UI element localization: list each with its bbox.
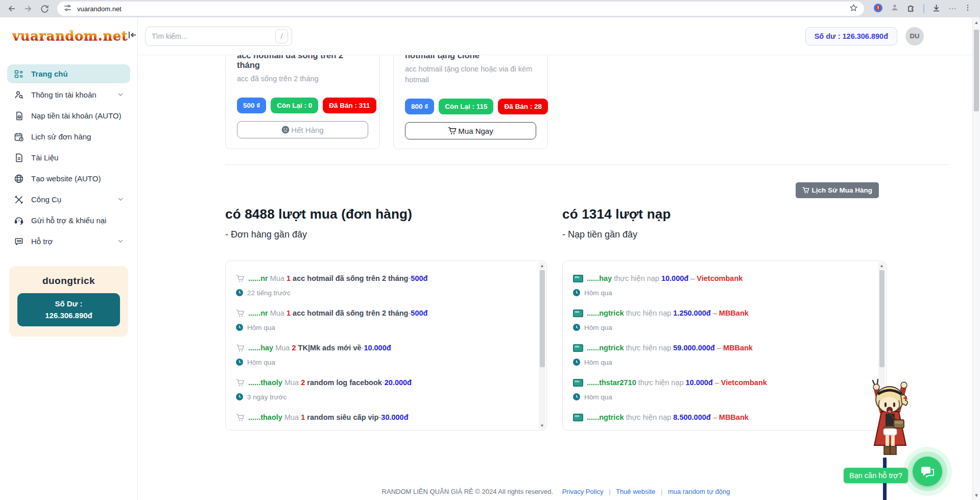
sidebar-item-home[interactable]: Trang chủ	[7, 64, 130, 83]
chevron-down-icon	[117, 90, 124, 99]
money-icon	[573, 379, 583, 387]
sidebar-item-tools[interactable]: Công Cụ	[7, 190, 130, 209]
sidebar-collapse-icon[interactable]	[128, 31, 137, 41]
toolbar-chip-icon[interactable]	[948, 4, 957, 13]
privacy-policy-link[interactable]: Privacy Policy	[562, 488, 604, 495]
cart-icon	[236, 379, 245, 387]
scrollbar-thumb[interactable]	[974, 30, 979, 111]
deposit-item: ......thstar2710 thực hiện nạp 10.000đ –…	[573, 377, 863, 401]
sidebar-item-support-ticket[interactable]: ? Gửi hỗ trợ & khiếu nại	[7, 211, 130, 230]
sold-badge: Đã Bán : 311	[323, 98, 376, 113]
browser-chrome: vuarandom.net	[0, 0, 980, 17]
sidebar-item-create-website[interactable]: Tạo website (AUTO)	[7, 169, 130, 188]
clock-icon	[236, 324, 243, 331]
scrollbar-thumb[interactable]	[540, 270, 545, 367]
purchases-scrollbar[interactable]: ▲ ▼	[539, 262, 545, 429]
back-icon[interactable]	[5, 2, 18, 15]
clock-icon	[573, 393, 580, 400]
money-icon	[573, 309, 583, 317]
clock-icon	[573, 359, 580, 366]
toolbar-separator	[923, 4, 924, 13]
cart-icon	[236, 414, 245, 421]
sold-out-button[interactable]: Hết Hàng	[237, 121, 368, 138]
sidebar-item-account-info[interactable]: Thông tin tài khoản	[7, 85, 130, 104]
chevron-down-icon	[117, 195, 124, 204]
product-cards-row: acc hotmail đã sống trên 2 tháng acc đã …	[225, 55, 887, 149]
scroll-up-icon[interactable]: ▲	[539, 262, 545, 269]
cart-icon	[236, 275, 245, 282]
forward-icon[interactable]	[21, 2, 35, 15]
section-divider	[225, 164, 949, 165]
purchase-item: ......hay Mua 2 TK|Mk ads mới về-10.000đ…	[236, 343, 523, 367]
chat-button[interactable]	[913, 457, 942, 486]
deposits-scrollbar[interactable]: ▲ ▼	[878, 262, 885, 429]
search-input[interactable]	[152, 32, 264, 40]
extension-badge-icon[interactable]	[873, 3, 883, 15]
purchase-history-button[interactable]: Lịch Sử Mua Hàng	[796, 182, 879, 198]
scroll-down-icon[interactable]: ▼	[539, 422, 545, 429]
remaining-badge: Còn Lại : 0	[271, 98, 318, 113]
scroll-up-icon[interactable]: ▲	[878, 262, 885, 269]
search-box[interactable]: /	[145, 27, 292, 46]
chat-widget	[903, 447, 952, 496]
profile-extension-icon[interactable]	[890, 3, 899, 14]
cart-icon	[236, 309, 245, 317]
sidebar-menu: Trang chủ Thông tin tài khoản Nạp tiền t…	[0, 54, 137, 251]
purchase-item: ......thaoly Mua 2 random log facebook-2…	[236, 377, 523, 401]
scroll-down-icon[interactable]: ▼	[878, 422, 885, 429]
rent-website-link[interactable]: Thuê website	[616, 488, 655, 495]
product-card: acc hotmail đã sống trên 2 tháng acc đã …	[225, 55, 380, 149]
sidebar-item-deposit[interactable]: Nạp tiền tài khoản (AUTO)	[7, 106, 130, 125]
site-settings-icon[interactable]	[63, 4, 72, 14]
deposit-item: ......hay thực hiện nạp 10.000đ – Vietco…	[573, 273, 863, 297]
sidebar-item-order-history[interactable]: Lịch sử đơn hàng	[7, 127, 130, 146]
browser-menu-icon[interactable]	[964, 4, 972, 14]
deposit-item: ......ngtrick thực hiện nạp 1.250.000đ –…	[573, 308, 863, 332]
product-description: acc hotmail tặng clone hoặc via đi kèm h…	[405, 64, 536, 85]
copyright-text: RANDOM LIÊN QUÂN GIÁ RẺ © 2024 All right…	[382, 488, 553, 495]
sidebar-user-card: duongtrick Số Dư : 126.306.890đ	[9, 266, 128, 337]
deposit-item: ......ngtrick thực hiện nạp 59.000.000đ …	[573, 343, 863, 367]
scrollbar-thumb[interactable]	[879, 270, 885, 367]
sidebar-balance-button[interactable]: Số Dư : 126.306.890đ	[17, 293, 120, 326]
avatar[interactable]: DU	[905, 27, 924, 45]
clock-icon	[573, 324, 580, 331]
cart-icon	[236, 344, 245, 352]
sidebar-item-docs[interactable]: Tài Liệu	[7, 148, 130, 167]
bookmark-star-icon[interactable]	[849, 4, 858, 14]
topbar-balance[interactable]: Số dư : 126.306.890đ	[805, 27, 897, 45]
search-shortcut-key: /	[275, 29, 288, 43]
purchase-item: ......thaoly Mua 1 random siêu cấp vip-3…	[236, 412, 523, 422]
sidebar: vuarandom.net Trang chủ Thông tin tài kh…	[0, 17, 138, 500]
topbar: / Số dư : 126.306.890đ DU	[138, 17, 980, 55]
clock-icon	[236, 393, 243, 400]
download-icon[interactable]	[931, 3, 941, 15]
deposit-item: ......ngtrick thực hiện nạp 8.500.000đ –…	[573, 412, 863, 422]
extensions-puzzle-icon[interactable]	[906, 3, 916, 15]
product-title: hotmail tặng clone	[405, 55, 536, 60]
page-scrollbar[interactable]: ▲ ▼	[972, 17, 980, 500]
price-badge: 800 ₫	[405, 99, 434, 114]
url-bar[interactable]: vuarandom.net	[57, 2, 864, 16]
purchases-panel: ......nr Mua 1 acc hotmail đã sống trên …	[225, 260, 547, 431]
product-title: acc hotmail đã sống trên 2 tháng	[237, 55, 368, 70]
purchase-item: ......nr Mua 1 acc hotmail đã sống trên …	[236, 308, 523, 332]
cart-icon	[802, 187, 809, 194]
sold-badge: Đã Bán : 28	[498, 99, 548, 114]
auto-random-link[interactable]: mua random tự động	[668, 488, 730, 495]
chat-bubbles-icon	[921, 465, 934, 478]
clock-icon	[236, 359, 243, 366]
sidebar-item-support[interactable]: Hỗ trợ	[7, 232, 130, 251]
scroll-up-icon[interactable]: ▲	[973, 18, 980, 26]
site-logo[interactable]: vuarandom.net	[12, 28, 128, 43]
clock-icon	[573, 289, 580, 296]
scroll-down-icon[interactable]: ▼	[973, 491, 980, 499]
sad-face-icon	[281, 126, 290, 134]
buy-now-button[interactable]: Mua Ngay	[405, 122, 536, 139]
purchases-subtitle: - Đơn hàng gần đây	[225, 229, 547, 240]
purchase-item: ......nr Mua 1 acc hotmail đã sống trên …	[236, 273, 523, 297]
url-text[interactable]: vuarandom.net	[77, 5, 844, 13]
chevron-down-icon	[117, 237, 124, 246]
product-description: acc đã sống trên 2 tháng	[237, 74, 368, 84]
reload-icon[interactable]	[38, 2, 51, 15]
